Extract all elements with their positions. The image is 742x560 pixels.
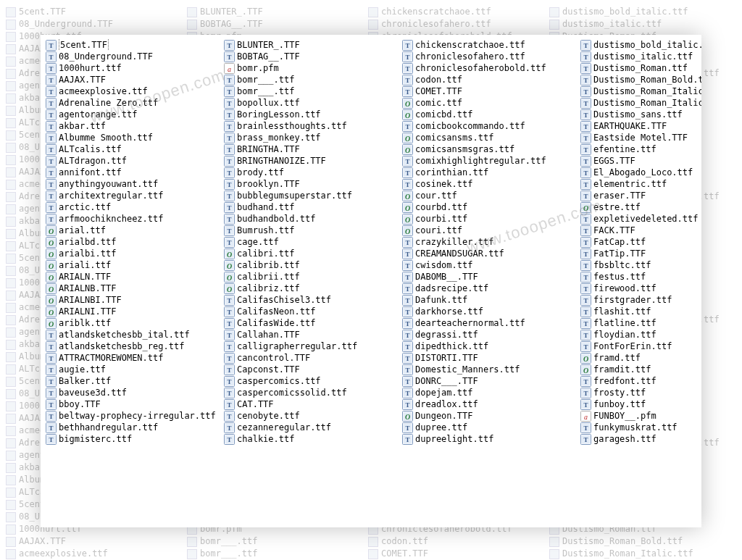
file-item[interactable]: cage.ttf [223, 236, 401, 248]
file-item[interactable]: bethhandregular.ttf [45, 422, 223, 433]
file-item[interactable]: dupree.ttf [401, 422, 580, 433]
file-item[interactable]: COMET.TTF [401, 85, 580, 97]
file-item[interactable]: architextregular.ttf [45, 190, 223, 201]
file-item[interactable]: cancontrol.TTF [223, 352, 401, 364]
file-item[interactable]: Dustismo_Roman_Bold.ttf [580, 74, 701, 85]
file-item[interactable]: garagesh.ttf [580, 433, 701, 445]
file-item[interactable]: brody.ttf [223, 167, 401, 178]
file-item[interactable]: funkymuskrat.ttf [580, 422, 701, 433]
file-item[interactable]: cosinek.ttf [401, 178, 580, 190]
file-item[interactable]: ALTcalis.ttf [45, 143, 223, 155]
file-item[interactable]: baveuse3d.ttf [45, 387, 223, 398]
file-item[interactable]: Adrenaline Zero.ttf [45, 97, 223, 109]
file-item[interactable]: estre.ttf [580, 201, 701, 213]
file-item[interactable]: bomr.pfm [223, 62, 401, 74]
file-item[interactable]: dustismo_italic.ttf [580, 51, 701, 62]
file-item[interactable]: arctic.ttf [45, 201, 223, 213]
file-item[interactable]: El_Abogado_Loco.ttf [580, 167, 701, 178]
file-item[interactable]: annifont.ttf [45, 167, 223, 178]
file-item[interactable]: chickenscratchaoe.ttf [401, 39, 580, 51]
file-item[interactable]: DISTORTI.TTF [401, 352, 580, 364]
file-item[interactable]: comicbookcommando.ttf [401, 120, 580, 132]
file-item[interactable]: BRINGTHANOIZE.TTF [223, 155, 401, 167]
file-item[interactable]: FACK.TTF [580, 225, 701, 236]
file-item[interactable]: crazykiller.ttf [401, 236, 580, 248]
file-item[interactable]: calibrii.ttf [223, 271, 401, 283]
file-item[interactable]: ARIALNI.TTF [45, 306, 223, 317]
file-item[interactable]: courbd.ttf [401, 201, 580, 213]
file-item[interactable]: CAT.TTF [223, 398, 401, 410]
file-item[interactable]: CalifasWide.ttf [223, 317, 401, 329]
file-item[interactable]: CREAMANDSUGAR.ttf [401, 248, 580, 259]
file-item[interactable]: flashit.ttf [580, 306, 701, 317]
file-item[interactable]: courbi.ttf [401, 213, 580, 225]
file-item[interactable]: chroniclesofaherobold.ttf [401, 62, 580, 74]
file-item[interactable]: acmeexplosive.ttf [45, 85, 223, 97]
file-item[interactable]: Dustismo_Roman.ttf [580, 62, 701, 74]
file-item[interactable]: caspercomics.ttf [223, 375, 401, 387]
file-item[interactable]: comic.ttf [401, 97, 580, 109]
file-item[interactable]: Capconst.TTF [223, 364, 401, 375]
file-item[interactable]: FUNBOY__.pfm [580, 410, 701, 422]
file-item[interactable]: bigmisterc.ttf [45, 433, 223, 445]
file-item[interactable]: couri.ttf [401, 225, 580, 236]
file-item[interactable]: arialbd.ttf [45, 236, 223, 248]
file-item[interactable]: 08_Underground.TTF [45, 51, 223, 62]
file-item[interactable]: Albumme Smooth.ttf [45, 132, 223, 143]
file-item[interactable]: Dustismo_Roman_Italic.ttf [580, 85, 701, 97]
file-item[interactable]: chroniclesofahero.ttf [401, 51, 580, 62]
file-item[interactable]: FatTip.TTF [580, 248, 701, 259]
file-item[interactable]: funboy.ttf [580, 398, 701, 410]
file-item[interactable]: dopejam.ttf [401, 387, 580, 398]
file-item[interactable]: bomr___.ttf [223, 74, 401, 85]
file-item[interactable]: 1000hurt.ttf [45, 62, 223, 74]
file-item[interactable]: dipedthick.ttf [401, 340, 580, 352]
file-item[interactable]: eraser.TTF [580, 190, 701, 201]
file-item[interactable]: dupreelight.ttf [401, 433, 580, 445]
file-item[interactable]: brainlessthoughts.ttf [223, 120, 401, 132]
file-item[interactable]: beltway-prophecy-irregular.ttf [45, 410, 223, 422]
file-item[interactable]: Dustismo_Roman_Italic_B [580, 97, 701, 109]
file-item[interactable]: ALTdragon.ttf [45, 155, 223, 167]
file-item[interactable]: expletivedeleted.ttf [580, 213, 701, 225]
file-item[interactable]: bomr___.ttf [223, 85, 401, 97]
file-item[interactable]: bboy.TTF [45, 398, 223, 410]
file-item[interactable]: elementric.ttf [580, 178, 701, 190]
file-item[interactable]: AAJAX.TTF [45, 74, 223, 85]
file-item[interactable]: DONRC___.TTF [401, 375, 580, 387]
file-item[interactable]: floydian.ttf [580, 329, 701, 340]
file-item[interactable]: flatline.ttf [580, 317, 701, 329]
file-item[interactable]: fredfont.ttf [580, 375, 701, 387]
file-item[interactable]: calligrapherregular.ttf [223, 340, 401, 352]
file-item[interactable]: efentine.ttf [580, 143, 701, 155]
file-item[interactable]: Dungeon.TTF [401, 410, 580, 422]
file-item[interactable]: Dafunk.ttf [401, 294, 580, 306]
file-item[interactable]: Eastside Motel.TTF [580, 132, 701, 143]
file-item[interactable]: budhandbold.ttf [223, 213, 401, 225]
file-item[interactable]: ariblk.ttf [45, 317, 223, 329]
file-item[interactable]: BLUNTER_.TTF [223, 39, 401, 51]
file-item[interactable]: darkhorse.ttf [401, 306, 580, 317]
file-item[interactable]: ARIALN.TTF [45, 271, 223, 283]
file-item[interactable]: framdit.ttf [580, 364, 701, 375]
file-item[interactable]: fbsbltc.ttf [580, 259, 701, 271]
file-item[interactable]: Domestic_Manners.ttf [401, 364, 580, 375]
file-item[interactable]: comicsansms.ttf [401, 132, 580, 143]
file-item[interactable]: ARIALNBI.TTF [45, 294, 223, 306]
file-item[interactable]: cour.ttf [401, 190, 580, 201]
file-item[interactable]: ATTRACTMOREWOMEN.ttf [45, 352, 223, 364]
file-item[interactable]: chalkie.ttf [223, 433, 401, 445]
file-item[interactable]: Dustismo_sans.ttf [580, 109, 701, 120]
file-item[interactable]: festus.ttf [580, 271, 701, 283]
file-item[interactable]: caspercomicssolid.ttf [223, 387, 401, 398]
file-item[interactable]: dadsrecipe.ttf [401, 283, 580, 294]
file-item[interactable]: calibriz.ttf [223, 283, 401, 294]
file-item[interactable]: augie.ttf [45, 364, 223, 375]
file-item[interactable]: BoringLesson.ttf [223, 109, 401, 120]
file-item[interactable]: budhand.ttf [223, 201, 401, 213]
file-item[interactable]: BRINGTHA.TTF [223, 143, 401, 155]
file-item[interactable]: bubblegumsuperstar.ttf [223, 190, 401, 201]
file-item[interactable]: CalifasChisel3.ttf [223, 294, 401, 306]
file-item[interactable]: FontForErin.ttf [580, 340, 701, 352]
file-item[interactable]: framd.ttf [580, 352, 701, 364]
